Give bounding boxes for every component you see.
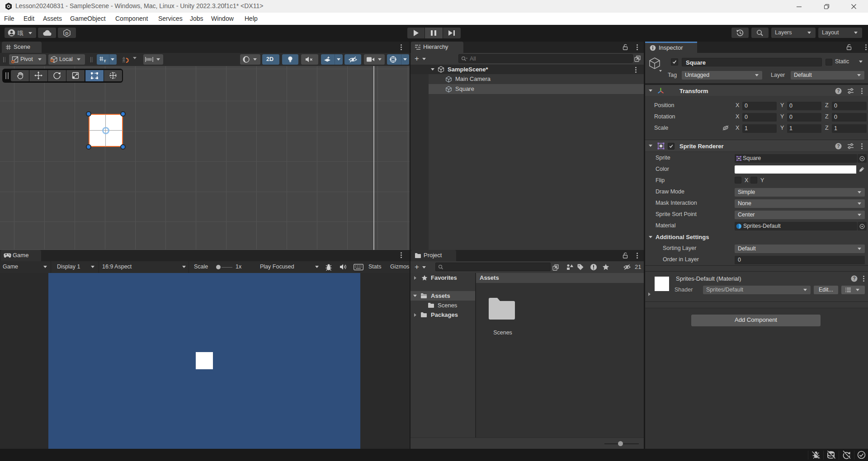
svg-text:Y: Y bbox=[104, 59, 106, 63]
svg-text:?: ? bbox=[837, 144, 840, 149]
svg-text:D: D bbox=[66, 31, 69, 36]
svg-text:?: ? bbox=[853, 276, 855, 281]
svg-text:?: ? bbox=[837, 89, 840, 94]
